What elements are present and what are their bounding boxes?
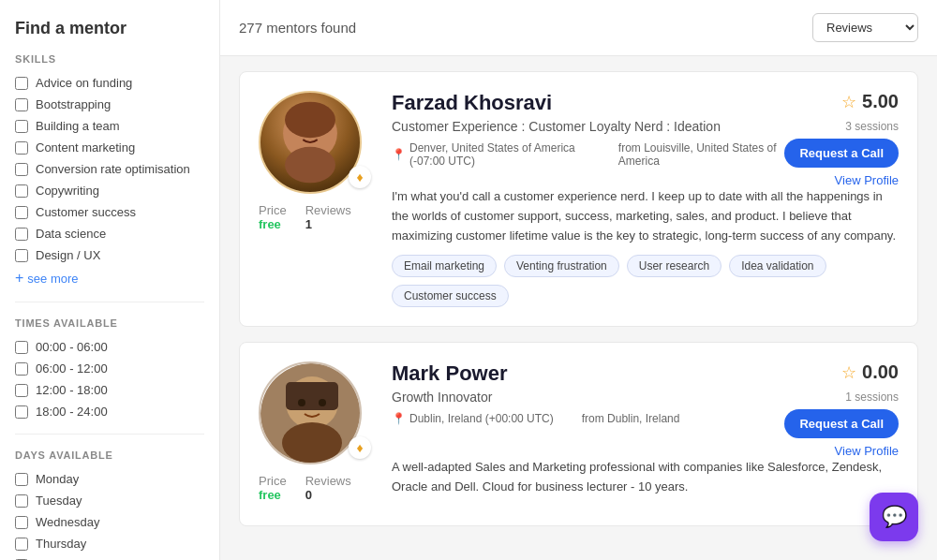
rating-row-farzad: ☆ 5.00 bbox=[841, 91, 899, 112]
pr-row-farzad: Price free Reviews 1 bbox=[259, 203, 377, 231]
diamond-badge-mark: ♦ bbox=[349, 436, 371, 459]
skills-filter-section: Advice on funding Bootstrapping Building… bbox=[15, 76, 204, 262]
skill-building-a-team[interactable]: Building a team bbox=[15, 119, 204, 133]
location-text-mark: Dublin, Ireland (+00:00 UTC) bbox=[409, 412, 554, 425]
day-monday-checkbox[interactable] bbox=[15, 473, 28, 486]
mark-face-svg bbox=[260, 363, 362, 464]
day-monday[interactable]: Monday bbox=[15, 472, 204, 486]
avatar-farzad bbox=[259, 91, 362, 194]
day-tuesday-label: Tuesday bbox=[36, 494, 82, 508]
time-0612-checkbox[interactable] bbox=[15, 362, 28, 376]
from-text-farzad: from Louisville, United States of Americ… bbox=[618, 141, 778, 168]
time-1824[interactable]: 18:00 - 24:00 bbox=[15, 405, 204, 419]
location-row-farzad: 📍 Denver, United States of America (-07:… bbox=[392, 141, 777, 168]
price-col-mark: Price free bbox=[259, 474, 287, 502]
sessions-count-mark: 1 sessions bbox=[845, 391, 899, 404]
price-reviews-mark: Price free Reviews 0 bbox=[259, 474, 377, 502]
svg-point-9 bbox=[298, 399, 305, 406]
pr-row-mark: Price free Reviews 0 bbox=[259, 474, 377, 502]
skill-content-marketing[interactable]: Content marketing bbox=[15, 140, 204, 155]
day-monday-label: Monday bbox=[36, 472, 79, 486]
avatar-wrapper-farzad: ♦ bbox=[259, 91, 377, 194]
skill-design-ux[interactable]: Design / UX bbox=[15, 248, 204, 262]
day-tuesday-checkbox[interactable] bbox=[15, 494, 28, 508]
day-thursday[interactable]: Thursday bbox=[15, 537, 204, 551]
price-label-mark: Price bbox=[259, 474, 287, 488]
chat-fab-icon: 💬 bbox=[882, 505, 907, 529]
see-more-skills[interactable]: + see more bbox=[15, 270, 204, 287]
rating-value-mark: 0.00 bbox=[862, 361, 899, 383]
avatar-mark bbox=[259, 361, 362, 464]
sidebar-title: Find a mentor bbox=[15, 19, 204, 38]
time-1218-label: 12:00 - 18:00 bbox=[36, 383, 108, 397]
bio-farzad: I'm what you'd call a customer experienc… bbox=[392, 187, 899, 245]
skill-advice-checkbox[interactable] bbox=[15, 77, 28, 90]
skill-design-checkbox[interactable] bbox=[15, 249, 28, 262]
time-1218-checkbox[interactable] bbox=[15, 384, 28, 397]
sort-select[interactable]: Reviews Rating Sessions bbox=[812, 13, 918, 42]
rating-row-mark: ☆ 0.00 bbox=[841, 361, 899, 383]
skill-conversion-checkbox[interactable] bbox=[15, 163, 28, 176]
skill-building-checkbox[interactable] bbox=[15, 120, 28, 133]
skill-copywriting-checkbox[interactable] bbox=[15, 184, 28, 198]
time-1218[interactable]: 12:00 - 18:00 bbox=[15, 383, 204, 397]
day-wednesday-checkbox[interactable] bbox=[15, 516, 28, 529]
tag-customer-success: Customer success bbox=[392, 285, 509, 307]
see-more-plus-icon: + bbox=[15, 270, 23, 287]
reviews-col-mark: Reviews 0 bbox=[305, 474, 351, 502]
content-header: 277 mentors found Reviews Rating Session… bbox=[220, 0, 937, 56]
view-profile-button-mark[interactable]: View Profile bbox=[835, 444, 899, 458]
chat-fab[interactable]: 💬 bbox=[870, 493, 918, 541]
skill-building-label: Building a team bbox=[36, 119, 120, 133]
request-call-button-mark[interactable]: Request a Call bbox=[784, 409, 899, 438]
location-pin-icon-mark: 📍 bbox=[392, 412, 406, 425]
skill-bootstrapping[interactable]: Bootstrapping bbox=[15, 97, 204, 111]
mentor-cards-container: ♦ Price free Reviews bbox=[220, 56, 937, 541]
skill-copywriting[interactable]: Copywriting bbox=[15, 184, 204, 198]
location-mark: 📍 Dublin, Ireland (+00:00 UTC) bbox=[392, 412, 554, 425]
skill-data-science[interactable]: Data science bbox=[15, 227, 204, 241]
day-tuesday[interactable]: Tuesday bbox=[15, 494, 204, 508]
skill-content-label: Content marketing bbox=[36, 140, 135, 155]
skill-content-checkbox[interactable] bbox=[15, 141, 28, 155]
mentor-info-farzad: Farzad Khosravi Customer Experience : Cu… bbox=[392, 91, 777, 168]
request-call-button-farzad[interactable]: Request a Call bbox=[784, 139, 899, 168]
times-filter-section: 00:00 - 06:00 06:00 - 12:00 12:00 - 18:0… bbox=[15, 340, 204, 419]
star-icon-farzad: ☆ bbox=[841, 92, 856, 112]
skill-bootstrapping-checkbox[interactable] bbox=[15, 98, 28, 111]
time-0612-label: 06:00 - 12:00 bbox=[36, 361, 108, 376]
skill-conversion-rate[interactable]: Conversion rate optimisation bbox=[15, 162, 204, 176]
skill-customer-checkbox[interactable] bbox=[15, 206, 28, 219]
location-farzad: 📍 Denver, United States of America (-07:… bbox=[392, 141, 590, 168]
time-1824-checkbox[interactable] bbox=[15, 405, 28, 419]
from-location-mark: from Dublin, Ireland bbox=[582, 412, 680, 425]
skill-advice-on-funding[interactable]: Advice on funding bbox=[15, 76, 204, 90]
time-0006[interactable]: 00:00 - 06:00 bbox=[15, 340, 204, 354]
skill-data-checkbox[interactable] bbox=[15, 228, 28, 241]
location-text-farzad: Denver, United States of America (-07:00… bbox=[409, 141, 590, 168]
day-thursday-checkbox[interactable] bbox=[15, 538, 28, 551]
location-pin-icon-farzad: 📍 bbox=[392, 148, 406, 161]
mentor-title-mark: Growth Innovator bbox=[392, 390, 679, 405]
time-0006-label: 00:00 - 06:00 bbox=[36, 340, 108, 354]
price-value-mark: free bbox=[259, 488, 287, 502]
reviews-value-mark: 0 bbox=[305, 488, 351, 502]
card-left-farzad: ♦ Price free Reviews bbox=[259, 91, 377, 307]
time-0612[interactable]: 06:00 - 12:00 bbox=[15, 361, 204, 376]
time-0006-checkbox[interactable] bbox=[15, 341, 28, 354]
svg-point-1 bbox=[285, 147, 335, 184]
actions-col-mark: ☆ 0.00 1 sessions Request a Call View Pr… bbox=[784, 361, 899, 458]
skill-customer-success[interactable]: Customer success bbox=[15, 205, 204, 219]
mentor-name-mark: Mark Power bbox=[392, 361, 679, 386]
mentor-title-farzad: Customer Experience : Customer Loyalty N… bbox=[392, 119, 777, 134]
card-body-farzad: ♦ Price free Reviews bbox=[259, 91, 899, 307]
tag-user-research: User research bbox=[627, 255, 721, 277]
skill-data-label: Data science bbox=[36, 227, 106, 241]
main-content: 277 mentors found Reviews Rating Session… bbox=[220, 0, 937, 560]
skill-advice-label: Advice on funding bbox=[36, 76, 132, 90]
card-header-row-farzad: Farzad Khosravi Customer Experience : Cu… bbox=[392, 91, 899, 187]
day-wednesday[interactable]: Wednesday bbox=[15, 515, 204, 529]
card-header-row-mark: Mark Power Growth Innovator 📍 Dublin, Ir… bbox=[392, 361, 899, 458]
mentor-card-mark: ♦ Price free Reviews bbox=[239, 342, 918, 526]
view-profile-button-farzad[interactable]: View Profile bbox=[835, 173, 899, 187]
